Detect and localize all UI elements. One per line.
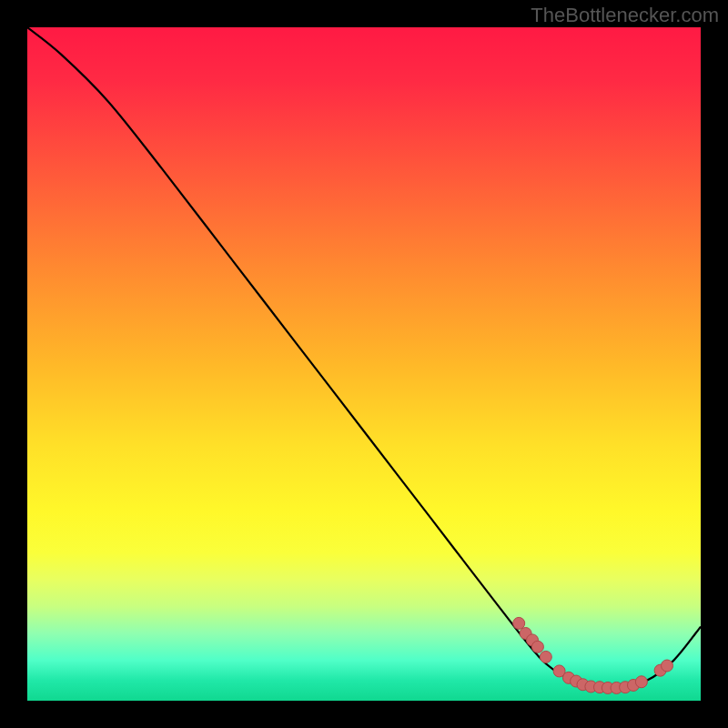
chart-plot-area bbox=[27, 27, 701, 701]
highlight-marker bbox=[540, 651, 551, 662]
curve-line bbox=[27, 27, 701, 688]
highlight-marker bbox=[662, 660, 673, 672]
chart-svg bbox=[27, 27, 701, 701]
highlight-marker bbox=[531, 641, 543, 652]
highlight-marker bbox=[635, 676, 647, 688]
highlight-marker bbox=[513, 617, 525, 629]
watermark-label: TheBottlenecker.com bbox=[531, 4, 719, 27]
